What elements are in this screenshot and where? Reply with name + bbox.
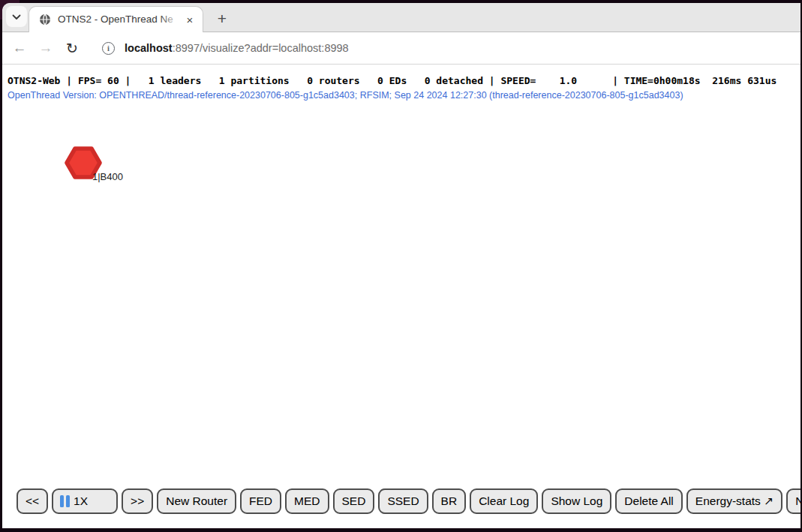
energy-stats-button[interactable]: Energy-stats ↗ (686, 488, 782, 514)
browser-tab[interactable]: OTNS2 - OpenThread Ne × (29, 6, 203, 32)
url-host: localhost (125, 42, 173, 54)
clear-log-button[interactable]: Clear Log (470, 488, 538, 514)
node-label: 1|B400 (92, 171, 123, 182)
site-info-icon[interactable]: i (102, 42, 115, 55)
rewind-button[interactable]: << (17, 488, 48, 514)
tab-close-icon[interactable]: × (183, 13, 197, 26)
med-button[interactable]: MED (285, 488, 329, 514)
screen: OTNS2 - OpenThread Ne × + ← → ↻ i localh… (0, 0, 802, 532)
ssed-button[interactable]: SSED (378, 488, 428, 514)
new-tab-button[interactable]: + (212, 8, 232, 28)
url-path: :8997/visualize?addr=localhost:8998 (173, 42, 349, 54)
openthread-version-link[interactable]: OpenThread Version: OPENTHREAD/thread-re… (8, 90, 683, 101)
br-button[interactable]: BR (432, 488, 467, 514)
speed-label: 1X (74, 494, 88, 508)
globe-icon (39, 14, 51, 26)
bottom-toolbar: << 1X >> New Router FED MED SED SSED BR … (17, 488, 800, 514)
back-icon[interactable]: ← (9, 38, 30, 59)
tab-strip: OTNS2 - OpenThread Ne × + (2, 3, 800, 32)
simulation-status-line: OTNS2-Web | FPS= 60 | 1 leaders 1 partit… (8, 75, 776, 86)
show-log-button[interactable]: Show Log (542, 488, 611, 514)
new-router-button[interactable]: New Router (157, 488, 236, 514)
delete-all-button[interactable]: Delete All (615, 488, 682, 514)
browser-window: OTNS2 - OpenThread Ne × + ← → ↻ i localh… (2, 3, 800, 528)
fed-button[interactable]: FED (240, 488, 281, 514)
forward-icon[interactable]: → (35, 38, 56, 59)
chevron-down-icon (12, 10, 21, 23)
tab-search-button[interactable] (6, 6, 27, 27)
sed-button[interactable]: SED (333, 488, 375, 514)
node-stats-button[interactable]: Node-stats ↗ (786, 488, 800, 514)
pause-icon (60, 495, 70, 507)
address-bar: ← → ↻ i localhost:8997/visualize?addr=lo… (2, 32, 800, 65)
reload-icon[interactable]: ↻ (62, 38, 83, 59)
url-input[interactable]: localhost:8997/visualize?addr=localhost:… (125, 42, 349, 54)
fast-forward-button[interactable]: >> (122, 488, 153, 514)
otns-canvas: OTNS2-Web | FPS= 60 | 1 leaders 1 partit… (2, 65, 800, 528)
speed-button[interactable]: 1X (52, 488, 118, 514)
